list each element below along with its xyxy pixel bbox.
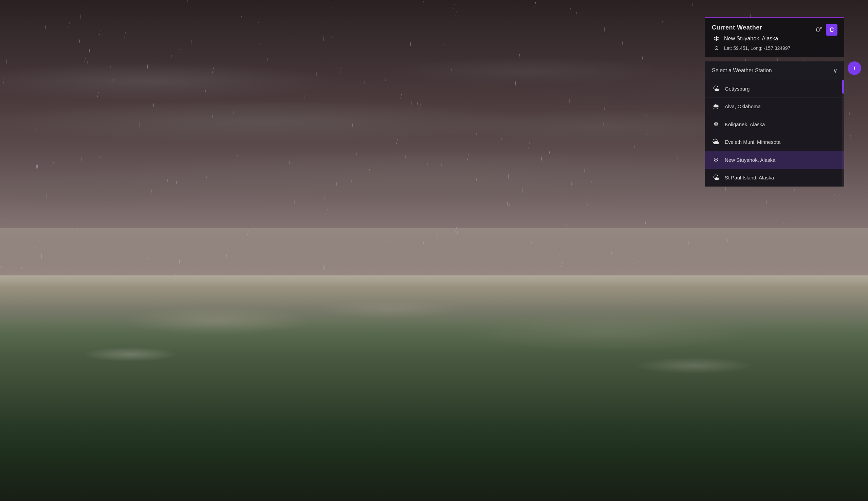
weather-card-header: Current Weather ❄ New Stuyahok, Alaska ⊙… — [712, 24, 837, 51]
station-weather-icon: 🌥 — [712, 138, 720, 146]
station-list: 🌤Gettysburg🌧Alva, Oklahoma❄Koliganek, Al… — [705, 80, 844, 186]
station-weather-icon: 🌤 — [712, 174, 720, 181]
info-button[interactable]: i — [848, 61, 861, 75]
scrollbar-track — [842, 80, 844, 186]
selector-label: Select a Weather Station — [712, 67, 772, 74]
main-scene: Current Weather ❄ New Stuyahok, Alaska ⊙… — [0, 0, 868, 501]
weather-card: Current Weather ❄ New Stuyahok, Alaska ⊙… — [705, 17, 844, 57]
station-weather-icon: 🌧 — [712, 103, 720, 110]
station-weather-icon: 🌤 — [712, 85, 720, 93]
station-weather-icon: ❄ — [712, 120, 720, 128]
temperature-display: 0° — [816, 26, 823, 34]
scrollbar-thumb[interactable] — [842, 80, 844, 94]
station-name: New Stuyahok, Alaska — [725, 157, 775, 163]
station-selector-wrapper: Select a Weather Station ∨ 🌤Gettysburg🌧A… — [705, 61, 844, 186]
station-list-item[interactable]: 🌥Eveleth Muni, Minnesota — [705, 133, 844, 151]
station-list-item[interactable]: 🌤Gettysburg — [705, 80, 844, 98]
current-weather-title: Current Weather — [712, 24, 816, 31]
station-list-item[interactable]: ❄New Stuyahok, Alaska — [705, 151, 844, 169]
station-list-item[interactable]: 🌤St Paul Island, Alaska — [705, 169, 844, 186]
weather-coords-row: ⊙ Lat: 59.451, Long: -157.324997 — [712, 45, 816, 51]
station-name: Alva, Oklahoma — [725, 104, 761, 109]
ui-panel: Current Weather ❄ New Stuyahok, Alaska ⊙… — [705, 17, 844, 186]
station-name: St Paul Island, Alaska — [725, 175, 774, 180]
weather-location-row: ❄ New Stuyahok, Alaska — [712, 35, 816, 43]
unit-badge[interactable]: C — [826, 24, 837, 36]
chevron-down-icon: ∨ — [833, 67, 837, 74]
station-list-item[interactable]: 🌧Alva, Oklahoma — [705, 98, 844, 115]
station-name: Gettysburg — [725, 86, 750, 92]
location-pin-icon: ⊙ — [712, 45, 721, 51]
station-selector: Select a Weather Station ∨ 🌤Gettysburg🌧A… — [705, 61, 844, 186]
station-weather-icon: ❄ — [712, 156, 720, 164]
station-name: Koliganek, Alaska — [725, 121, 765, 127]
terrain-detail — [0, 275, 868, 501]
selector-header[interactable]: Select a Weather Station ∨ — [705, 61, 844, 80]
terrain — [0, 275, 868, 501]
weather-card-right: 0° C — [816, 24, 837, 36]
station-name: Eveleth Muni, Minnesota — [725, 139, 781, 145]
weather-card-info: Current Weather ❄ New Stuyahok, Alaska ⊙… — [712, 24, 816, 51]
station-list-item[interactable]: ❄Koliganek, Alaska — [705, 115, 844, 133]
selector-dropdown: 🌤Gettysburg🌧Alva, Oklahoma❄Koliganek, Al… — [705, 80, 844, 186]
weather-location-name: New Stuyahok, Alaska — [724, 36, 778, 42]
weather-coordinates: Lat: 59.451, Long: -157.324997 — [724, 45, 790, 51]
snowflake-icon: ❄ — [712, 35, 721, 43]
